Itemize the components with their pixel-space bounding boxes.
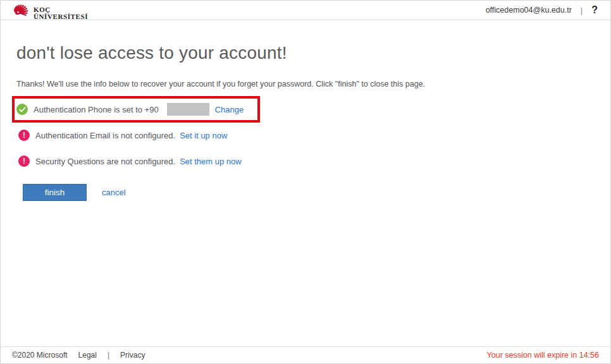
logo-line-1: KOÇ — [34, 6, 51, 13]
user-email: officedemo04@ku.edu.tr — [486, 6, 572, 15]
header-separator: | — [581, 6, 583, 15]
footer-bar: ©2020 Microsoft Legal | Privacy Your ses… — [1, 346, 610, 363]
account-recovery-page: KOÇ ÜNİVERSİTESİ officedemo04@ku.edu.tr … — [0, 0, 611, 364]
redacted-phone-value — [167, 103, 209, 116]
cancel-link[interactable]: cancel — [102, 188, 126, 197]
finish-button[interactable]: finish — [23, 184, 87, 201]
footer-separator: | — [108, 351, 109, 360]
copyright-text: ©2020 Microsoft — [12, 351, 68, 360]
header-right: officedemo04@ku.edu.tr | ? — [486, 5, 598, 15]
email-status-text: Authentication Email is not configured. — [35, 131, 175, 140]
change-phone-link[interactable]: Change — [215, 105, 244, 114]
legal-link[interactable]: Legal — [78, 351, 97, 360]
footer-left: ©2020 Microsoft Legal | Privacy — [12, 351, 145, 360]
session-expiry-notice: Your session will expire in 14:56 — [487, 351, 599, 360]
exclamation-circle-icon: ! — [18, 155, 30, 167]
help-icon[interactable]: ? — [591, 5, 598, 15]
logo-wordmark: KOÇ ÜNİVERSİTESİ — [34, 6, 88, 21]
status-row-email: ! Authentication Email is not configured… — [16, 130, 595, 141]
status-row-phone: Authentication Phone is set to +90 Chang… — [16, 103, 244, 116]
main-content: don't lose access to your account! Thank… — [1, 43, 610, 201]
setup-questions-link[interactable]: Set them up now — [180, 157, 242, 166]
page-title: don't lose access to your account! — [16, 43, 595, 63]
status-row-questions: ! Security Questions are not configured.… — [16, 155, 595, 167]
questions-status-text: Security Questions are not configured. — [35, 157, 175, 166]
logo-line-2: ÜNİVERSİTESİ — [34, 13, 88, 20]
header-bar: KOÇ ÜNİVERSİTESİ officedemo04@ku.edu.tr … — [1, 1, 610, 20]
koc-fan-logo-icon — [11, 0, 30, 21]
koc-university-logo: KOÇ ÜNİVERSİTESİ — [11, 0, 88, 21]
red-annotation-box: Authentication Phone is set to +90 Chang… — [12, 96, 260, 123]
phone-status-text: Authentication Phone is set to +90 — [34, 105, 159, 114]
privacy-link[interactable]: Privacy — [120, 351, 145, 360]
exclamation-circle-icon: ! — [18, 130, 30, 141]
check-circle-icon — [16, 104, 28, 115]
action-buttons: finish cancel — [23, 184, 595, 201]
intro-text: Thanks! We'll use the info below to reco… — [16, 80, 595, 88]
setup-email-link[interactable]: Set it up now — [180, 131, 227, 140]
